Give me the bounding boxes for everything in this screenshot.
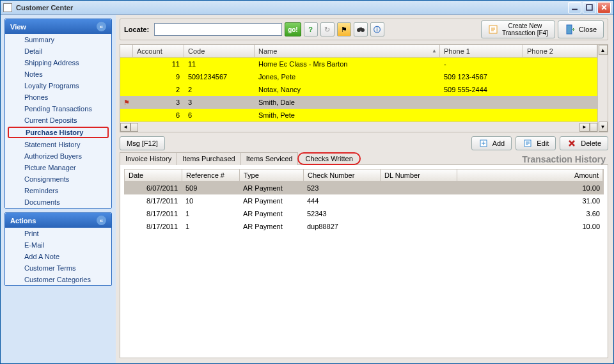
nav-shipping-address[interactable]: Shipping Address — [5, 57, 111, 68]
maximize-button[interactable] — [583, 2, 596, 13]
collapse-icon: « — [97, 22, 106, 31]
col-reference[interactable]: Reference # — [182, 170, 240, 181]
nav-phones[interactable]: Phones — [5, 91, 111, 103]
action-customer-categories[interactable]: Customer Categories — [5, 274, 111, 285]
msg-button[interactable]: Msg [F12] — [120, 136, 165, 150]
actions-panel-header[interactable]: Actions « — [5, 213, 111, 228]
cell-code: 6 — [184, 109, 255, 122]
cell-name: Notax, Nancy — [255, 83, 440, 96]
scroll-right-button[interactable]: ► — [579, 123, 590, 132]
cell-amount: 10.00 — [457, 220, 604, 233]
cell-type: AR Payment — [239, 207, 303, 220]
customer-row[interactable]: ⚑33Smith, Dale — [120, 96, 597, 109]
scroll-thumb[interactable] — [130, 123, 138, 132]
cell-name: Home Ec Class - Mrs Barton — [255, 58, 440, 70]
cell-check: 523 — [303, 182, 380, 194]
close-button[interactable]: Close — [558, 20, 604, 38]
flag-cell — [120, 70, 133, 83]
customer-grid-vscroll[interactable]: ▲ ▼ — [597, 45, 608, 132]
customer-row[interactable]: 1111Home Ec Class - Mrs Barton- — [120, 58, 597, 70]
cell-account: 3 — [133, 96, 184, 109]
cell-dl — [380, 220, 457, 233]
nav-detail[interactable]: Detail — [5, 45, 111, 57]
nav-consignments[interactable]: Consignments — [5, 173, 111, 185]
flag-cell — [120, 83, 133, 96]
nav-loyalty-programs[interactable]: Loyalty Programs — [5, 80, 111, 91]
edit-button[interactable]: Edit — [516, 136, 556, 150]
col-phone2[interactable]: Phone 2 — [523, 45, 597, 57]
col-dl-number[interactable]: DL Number — [381, 170, 457, 181]
binoculars-button[interactable] — [354, 22, 368, 36]
cell-name: Jones, Pete — [255, 70, 440, 83]
col-check-number[interactable]: Check Number — [304, 170, 381, 181]
locate-label: Locate: — [124, 26, 149, 33]
create-new-transaction-button[interactable]: Create New Transaction [F4] — [481, 20, 555, 38]
scroll-down-button[interactable]: ▼ — [599, 122, 608, 132]
tab-items-purchased[interactable]: Items Purchased — [177, 152, 241, 165]
sidebar: View « SummaryDetailShipping AddressNote… — [1, 15, 116, 363]
action-print[interactable]: Print — [5, 228, 111, 239]
nav-current-deposits[interactable]: Current Deposits — [5, 115, 111, 126]
tab-invoice-history[interactable]: Invoice History — [120, 152, 177, 165]
cell-account: 11 — [133, 58, 184, 70]
cell-ref: 509 — [182, 182, 239, 194]
col-phone1[interactable]: Phone 1 — [440, 45, 523, 57]
transaction-row[interactable]: 8/17/20111AR Paymentdup8882710.00 — [124, 220, 604, 233]
delete-button[interactable]: Delete — [560, 136, 608, 150]
cell-ref: 1 — [182, 207, 239, 220]
col-code[interactable]: Code — [184, 45, 255, 57]
transaction-row[interactable]: 6/07/2011509AR Payment52310.00 — [124, 182, 604, 194]
customer-grid-hscroll[interactable]: ◄ ► — [120, 122, 597, 132]
action-add-a-note[interactable]: Add A Note — [5, 251, 111, 262]
tab-checks-written[interactable]: Checks Written — [297, 152, 360, 165]
transaction-row[interactable]: 8/17/201110AR Payment44431.00 — [124, 194, 604, 207]
col-amount[interactable]: Amount — [457, 170, 603, 181]
locate-input[interactable] — [154, 23, 282, 36]
flag-cell — [120, 58, 133, 70]
customer-grid-header: Account Code Name▲ Phone 1 Phone 2 — [120, 45, 597, 58]
refresh-button[interactable]: ↻ — [320, 22, 335, 36]
cell-account: 6 — [133, 109, 184, 122]
scroll-up-button[interactable]: ▲ — [599, 45, 608, 55]
nav-documents[interactable]: Documents — [5, 196, 111, 208]
cell-dl — [380, 207, 457, 220]
svg-rect-4 — [359, 28, 362, 29]
nav-reminders[interactable]: Reminders — [5, 185, 111, 196]
col-account[interactable]: Account — [133, 45, 184, 57]
customer-row[interactable]: 66Smith, Pete — [120, 109, 597, 122]
col-name[interactable]: Name▲ — [255, 45, 440, 57]
action-e-mail[interactable]: E-Mail — [5, 239, 111, 251]
app-icon — [3, 3, 12, 12]
transaction-row[interactable]: 8/17/20111AR Payment523433.60 — [124, 207, 604, 220]
nav-summary[interactable]: Summary — [5, 34, 111, 45]
scroll-left-button[interactable]: ◄ — [120, 123, 130, 132]
customer-row[interactable]: 22Notax, Nancy509 555-2444 — [120, 83, 597, 96]
col-type[interactable]: Type — [240, 170, 304, 181]
cell-dl — [380, 194, 457, 207]
action-customer-terms[interactable]: Customer Terms — [5, 262, 111, 274]
flag-button[interactable]: ⚑ — [337, 22, 351, 36]
tab-items-serviced[interactable]: Items Serviced — [240, 152, 299, 165]
scroll-grip-icon[interactable] — [590, 123, 597, 132]
view-panel-header[interactable]: View « — [5, 19, 111, 34]
close-window-button[interactable] — [597, 2, 611, 13]
cell-check: 52343 — [303, 207, 380, 220]
cell-amount: 10.00 — [457, 182, 604, 194]
nav-pending-transactions[interactable]: Pending Transactions — [5, 103, 111, 115]
view-panel-body: SummaryDetailShipping AddressNotesLoyalt… — [5, 34, 111, 208]
nav-statement-history[interactable]: Statement History — [5, 139, 111, 150]
go-button[interactable]: go! — [285, 22, 301, 36]
nav-purchase-history[interactable]: Purchase History — [8, 127, 109, 138]
nav-authorized-buyers[interactable]: Authorized Buyers — [5, 150, 111, 162]
nav-notes[interactable]: Notes — [5, 68, 111, 80]
cell-date: 8/17/2011 — [124, 194, 182, 207]
help-button[interactable]: ? — [304, 22, 318, 36]
col-date[interactable]: Date — [125, 170, 182, 181]
nav-picture-manager[interactable]: Picture Manager — [5, 162, 111, 173]
minimize-button[interactable] — [568, 2, 581, 13]
transaction-history-title: Transaction History — [522, 154, 606, 164]
info-button[interactable]: ⓘ — [370, 22, 384, 36]
add-button[interactable]: Add — [471, 136, 512, 150]
sort-asc-icon: ▲ — [432, 48, 437, 54]
customer-row[interactable]: 95091234567Jones, Pete509 123-4567 — [120, 70, 597, 83]
